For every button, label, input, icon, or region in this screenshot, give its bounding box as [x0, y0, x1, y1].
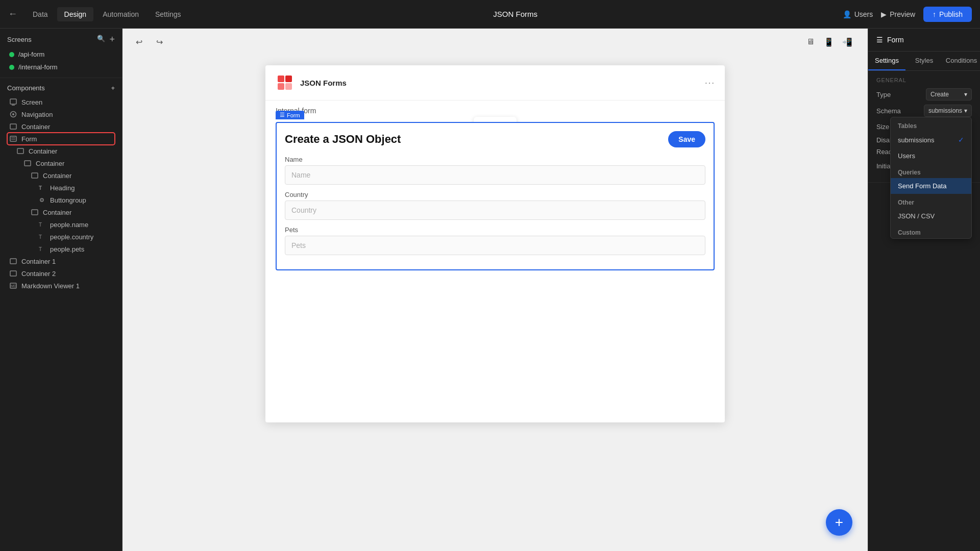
- container-icon-t1: [9, 257, 17, 265]
- form-save-button[interactable]: Save: [668, 131, 705, 147]
- logo-sq-1: [278, 76, 284, 82]
- container-icon: [16, 147, 24, 155]
- left-panel: Screens 🔍 + /api-form /internal-form Com…: [0, 29, 122, 551]
- publish-label: Publish: [939, 10, 963, 18]
- dropdown-item-users[interactable]: Users: [891, 148, 971, 164]
- dropdown-item-send-form-data[interactable]: Send Form Data: [891, 178, 971, 194]
- screen-status-dot: [9, 65, 14, 70]
- send-form-data-label: Send Form Data: [898, 182, 946, 190]
- field-input-pets[interactable]: Pets: [285, 236, 705, 255]
- component-container-4[interactable]: Container: [29, 206, 115, 218]
- add-component-button[interactable]: +: [111, 84, 115, 92]
- field-label-name: Name: [285, 156, 705, 163]
- tab-conditions[interactable]: Conditions: [943, 52, 980, 70]
- users-button[interactable]: 👤 Users: [843, 10, 873, 18]
- logo-sq-4: [285, 83, 292, 90]
- add-fab-button[interactable]: +: [826, 509, 852, 536]
- component-people-name[interactable]: T people.name: [36, 218, 115, 231]
- svg-text:MD: MD: [11, 284, 16, 288]
- undo-button[interactable]: ↩: [131, 34, 147, 50]
- svg-rect-8: [17, 148, 23, 154]
- component-container-3[interactable]: Container: [29, 169, 115, 182]
- container-icon-2: [23, 159, 32, 167]
- form-widget-wrapper: ☰ Form Create a JSON Object Save Name Na…: [276, 122, 715, 270]
- component-container-2-top[interactable]: Container 2: [7, 267, 115, 280]
- form-widget-header: Create a JSON Object Save: [285, 131, 705, 147]
- component-container-1-top[interactable]: Container 1: [7, 255, 115, 267]
- tab-automation[interactable]: Automation: [95, 7, 146, 21]
- custom-section-label: Custom: [891, 224, 971, 238]
- screen-item-internal-form[interactable]: /internal-form: [7, 61, 115, 73]
- components-header: Components +: [7, 84, 115, 92]
- svg-rect-0: [10, 99, 16, 104]
- container-icon-t2: [9, 269, 17, 278]
- field-input-country[interactable]: Country: [285, 201, 705, 220]
- redo-button[interactable]: ↪: [151, 34, 167, 50]
- component-container-2[interactable]: Container: [21, 157, 115, 169]
- canvas-area: ↩ ↪ 🖥 📱 📲: [122, 29, 868, 551]
- tab-design[interactable]: Design: [57, 7, 94, 21]
- submissions-label: submissions: [898, 136, 935, 144]
- form-comp-icon: [9, 135, 17, 143]
- component-screen[interactable]: Screen: [7, 96, 115, 108]
- tab-data[interactable]: Data: [26, 7, 55, 21]
- dots-menu-icon[interactable]: ⋯: [704, 77, 715, 89]
- screens-label: Screens: [7, 36, 32, 43]
- app-title: JSON Forms: [188, 10, 843, 18]
- main-layout: Screens 🔍 + /api-form /internal-form Com…: [0, 29, 980, 551]
- desktop-view-button[interactable]: 🖥: [802, 34, 819, 50]
- app-logo: [276, 73, 294, 92]
- type-select[interactable]: Create ▾: [926, 88, 972, 101]
- add-screen-button[interactable]: +: [109, 35, 115, 44]
- svg-point-3: [12, 113, 14, 115]
- queries-section-label: Queries: [891, 164, 971, 178]
- right-panel-tabs: Settings Styles Conditions: [868, 52, 980, 71]
- component-navigation[interactable]: Navigation: [7, 108, 115, 120]
- component-people-country[interactable]: T people.country: [36, 231, 115, 243]
- right-panel: ☰ Form Settings Styles Conditions GENERA…: [868, 29, 980, 551]
- submissions-check-icon: ✓: [958, 136, 964, 144]
- dropdown-item-json-csv[interactable]: JSON / CSV: [891, 208, 971, 224]
- component-heading[interactable]: T Heading: [36, 182, 115, 194]
- svg-text:T: T: [39, 234, 42, 240]
- schema-field-row: Schema submissions ▾ Tables submissions …: [876, 105, 972, 117]
- json-csv-label: JSON / CSV: [898, 212, 935, 220]
- tab-settings[interactable]: Settings: [148, 7, 188, 21]
- component-buttongroup[interactable]: Buttongroup: [36, 194, 115, 206]
- svg-rect-18: [10, 259, 16, 264]
- top-nav: ← Data Design Automation Settings JSON F…: [0, 0, 980, 29]
- schema-select[interactable]: submissions ▾: [924, 105, 972, 117]
- tablet-view-button[interactable]: 📱: [821, 34, 837, 50]
- form-tag-icon: ☰: [280, 112, 285, 118]
- svg-rect-19: [10, 271, 16, 276]
- component-markdown-viewer[interactable]: MD Markdown Viewer 1: [7, 280, 115, 292]
- back-button[interactable]: ←: [8, 9, 17, 19]
- form-widget-tag: ☰ Form: [276, 111, 304, 119]
- component-container-1[interactable]: Container: [14, 145, 115, 157]
- other-section-label: Other: [891, 194, 971, 208]
- dropdown-item-submissions[interactable]: submissions ✓: [891, 132, 971, 148]
- svg-rect-4: [10, 124, 16, 129]
- svg-rect-14: [32, 210, 38, 215]
- mobile-view-button[interactable]: 📲: [839, 34, 855, 50]
- field-input-name[interactable]: Name: [285, 165, 705, 185]
- publish-button[interactable]: ↑ Publish: [923, 7, 972, 22]
- component-people-pets[interactable]: T people.pets: [36, 243, 115, 255]
- component-form[interactable]: Form: [7, 133, 115, 145]
- tab-settings[interactable]: Settings: [868, 52, 905, 70]
- search-icon[interactable]: 🔍: [97, 35, 105, 44]
- preview-button[interactable]: ▶ Preview: [881, 10, 915, 18]
- svg-point-13: [41, 199, 42, 201]
- svg-text:T: T: [39, 222, 42, 228]
- svg-text:T: T: [39, 185, 42, 191]
- svg-rect-9: [24, 161, 31, 166]
- top-nav-right-actions: 👤 Users ▶ Preview ↑ Publish: [843, 7, 972, 22]
- tab-styles[interactable]: Styles: [905, 52, 943, 70]
- form-field-name: Name Name: [285, 156, 705, 185]
- size-field-label: Size: [876, 123, 889, 131]
- component-container-top[interactable]: Container: [7, 120, 115, 133]
- schema-dropdown-menu: Tables submissions ✓ Users Queries Send …: [890, 117, 972, 239]
- screen-item-api-form[interactable]: /api-form: [7, 48, 115, 61]
- text-icon-2: T: [38, 233, 46, 241]
- preview-label: Preview: [890, 10, 915, 18]
